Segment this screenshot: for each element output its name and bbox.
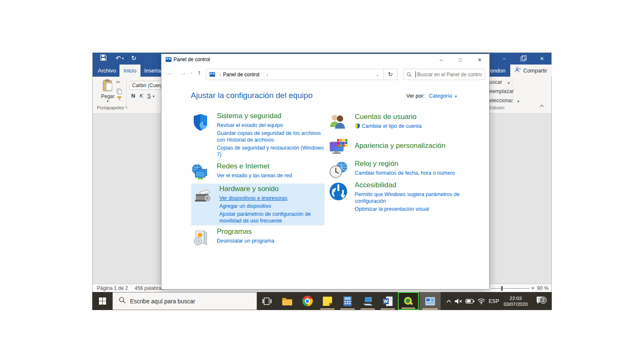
sticky-note-icon bbox=[322, 296, 332, 306]
cp-maximize-button[interactable]: □ bbox=[451, 54, 470, 65]
calculator-icon bbox=[343, 296, 352, 307]
sticky-notes-button[interactable] bbox=[317, 292, 338, 310]
laptop-app-button[interactable] bbox=[358, 292, 378, 310]
address-bar[interactable]: › Panel de control › ⌄ bbox=[206, 69, 384, 80]
zoom-level[interactable]: 90 % bbox=[537, 285, 548, 291]
qgis-button[interactable] bbox=[398, 292, 419, 310]
address-dropdown-chevron-icon[interactable]: ⌄ bbox=[376, 72, 379, 77]
open-app-indicator bbox=[381, 308, 395, 310]
category-title[interactable]: Redes e Internet bbox=[217, 162, 327, 171]
breadcrumb-item[interactable]: Panel de control bbox=[223, 72, 260, 78]
word-button[interactable]: W bbox=[378, 292, 398, 310]
category-title[interactable]: Accesibilidad bbox=[355, 181, 465, 189]
undo-caret-icon[interactable]: ▾ bbox=[122, 57, 124, 60]
paste-caret-icon: ▾ bbox=[99, 99, 117, 103]
paste-button[interactable]: Pegar ▾ bbox=[99, 79, 117, 105]
view-by-dropdown[interactable]: Categoría bbox=[429, 93, 452, 99]
search-icon bbox=[119, 297, 126, 305]
category-link[interactable]: Revisar el estado del equipo bbox=[217, 122, 325, 129]
calculator-button[interactable] bbox=[338, 292, 358, 310]
category-link[interactable]: Ver el estado y las tareas de red bbox=[217, 172, 325, 179]
category-link[interactable]: Copias de seguridad y restauración (Wind… bbox=[217, 145, 325, 158]
tab-inicio[interactable]: Inicio bbox=[119, 65, 140, 77]
cp-close-button[interactable]: ✕ bbox=[470, 54, 489, 65]
zoom-slider-thumb[interactable] bbox=[501, 286, 503, 291]
redo-icon[interactable]: ↻ bbox=[130, 54, 138, 62]
volume-button[interactable] bbox=[454, 292, 464, 310]
find-caret-icon[interactable]: ▾ bbox=[508, 81, 510, 85]
save-icon[interactable] bbox=[98, 54, 109, 62]
up-button[interactable]: ↑ bbox=[197, 69, 201, 77]
zoom-in-button[interactable]: + bbox=[531, 285, 535, 291]
word-minimize-button[interactable]: – bbox=[495, 53, 514, 65]
category-link[interactable]: Agregar un dispositivo bbox=[219, 203, 327, 209]
language-indicator[interactable]: ESP bbox=[487, 292, 501, 310]
word-restore-button[interactable] bbox=[514, 53, 532, 65]
bold-button[interactable]: N bbox=[131, 93, 135, 99]
category-link[interactable]: Cambiar formatos de fecha, hora o número bbox=[355, 170, 463, 176]
uac-shield-icon bbox=[355, 123, 360, 130]
cp-navigation-bar: ← → ⌄ ↑ › Panel de control › ⌄ ↻ Buscar … bbox=[161, 65, 489, 83]
italic-button[interactable]: K bbox=[140, 93, 143, 99]
category-link-hovered[interactable]: Ver dispositivos e impresoras bbox=[219, 195, 327, 202]
back-button[interactable]: ← bbox=[167, 69, 174, 77]
category-link[interactable]: Guardar copias de seguridad de los archi… bbox=[217, 130, 325, 143]
underline-button[interactable]: S bbox=[147, 93, 151, 99]
clipboard-dialog-launcher-icon[interactable]: ↘ bbox=[125, 105, 128, 109]
personalization-icon bbox=[329, 137, 348, 156]
underline-caret-icon[interactable]: ▾ bbox=[153, 94, 155, 98]
cp-search-box[interactable]: Buscar en el Panel de contro bbox=[403, 69, 485, 80]
file-explorer-button[interactable] bbox=[277, 292, 297, 310]
clock-region-icon bbox=[329, 160, 348, 180]
category-link[interactable]: Permitir que Windows sugiera parámetros … bbox=[355, 191, 463, 204]
clock[interactable]: 22:03 03/07/2020 bbox=[501, 292, 530, 310]
format-painter-icon[interactable] bbox=[117, 96, 122, 103]
replace-button-fragment[interactable]: eemplazar bbox=[489, 88, 514, 94]
ease-of-access-icon bbox=[329, 182, 348, 201]
category-title[interactable]: Apariencia y personalización bbox=[355, 142, 465, 150]
control-panel-taskbar-button[interactable] bbox=[420, 292, 441, 310]
tray-expand-button[interactable] bbox=[444, 292, 453, 310]
view-by-label: Ver por: bbox=[406, 93, 425, 99]
category-title[interactable]: Sistema y seguridad bbox=[217, 112, 327, 120]
page-indicator[interactable]: Página 1 de 2 bbox=[97, 285, 128, 291]
forward-button[interactable]: → bbox=[180, 69, 187, 77]
zoom-slider-track[interactable] bbox=[491, 288, 530, 289]
control-panel-icon bbox=[165, 56, 172, 65]
battery-button[interactable] bbox=[465, 292, 475, 310]
task-view-button[interactable] bbox=[257, 292, 277, 310]
select-button-fragment[interactable]: eleccionar bbox=[489, 98, 513, 103]
breadcrumb-separator-icon: › bbox=[220, 72, 221, 77]
taskbar-search-box[interactable]: Escribe aquí para buscar bbox=[112, 292, 257, 310]
recent-pages-chevron-icon[interactable]: ⌄ bbox=[190, 70, 193, 75]
wifi-button[interactable] bbox=[476, 292, 486, 310]
word-close-button[interactable]: ✕ bbox=[532, 53, 551, 65]
copy-icon[interactable] bbox=[117, 88, 122, 96]
view-by-caret-icon[interactable]: ▾ bbox=[455, 94, 457, 98]
cp-minimize-button[interactable]: – bbox=[431, 54, 451, 65]
category-hardware-sound: Hardware y sonido Ver dispositivos e imp… bbox=[193, 185, 330, 225]
chrome-button[interactable] bbox=[297, 292, 317, 310]
restore-icon bbox=[521, 57, 525, 61]
ribbon-divider bbox=[512, 78, 512, 103]
undo-icon[interactable]: ↶ bbox=[114, 54, 122, 62]
cut-icon[interactable]: ✂ bbox=[116, 79, 120, 85]
category-link[interactable]: Desinstalar un programa bbox=[217, 238, 325, 244]
word-count[interactable]: 456 palabras bbox=[135, 285, 164, 291]
start-button[interactable] bbox=[92, 292, 112, 310]
category-title[interactable]: Programas bbox=[217, 228, 327, 236]
refresh-button[interactable]: ↻ bbox=[384, 69, 397, 80]
category-link[interactable]: Ajustar parámetros de configuración de m… bbox=[219, 211, 327, 224]
tab-archivo[interactable]: Archivo bbox=[96, 65, 118, 77]
category-title[interactable]: Cuentas de usuario bbox=[355, 113, 465, 121]
category-link-with-shield[interactable]: Cambiar el tipo de cuenta bbox=[355, 123, 463, 130]
share-button[interactable]: Compartir bbox=[510, 65, 552, 77]
select-caret-icon[interactable]: ▾ bbox=[517, 99, 519, 103]
notification-center-button[interactable]: 2 bbox=[532, 292, 549, 310]
category-title[interactable]: Hardware y sonido bbox=[219, 185, 330, 193]
category-link[interactable]: Optimizar la presentación visual bbox=[355, 206, 463, 212]
category-title[interactable]: Reloj y región bbox=[355, 160, 465, 168]
find-button-fragment[interactable]: uscar bbox=[489, 79, 502, 85]
page-title: Ajustar la configuración del equipo bbox=[191, 91, 312, 100]
collapse-ribbon-icon[interactable]: ^ bbox=[540, 103, 544, 110]
